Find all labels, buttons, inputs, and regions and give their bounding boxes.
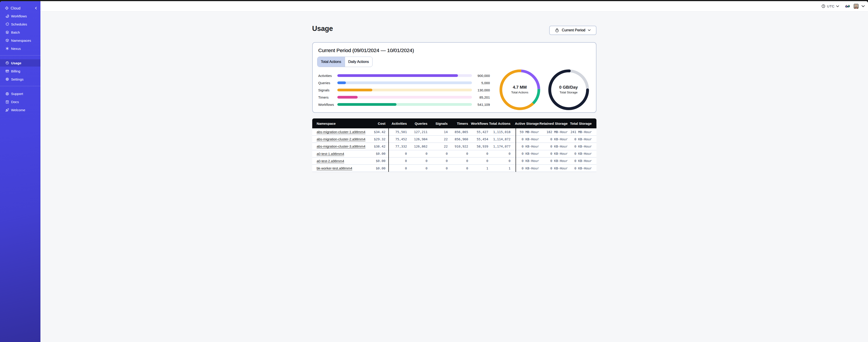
app-window: Cloud Workflows Schedules — [0, 1, 434, 171]
bar-track — [337, 81, 434, 84]
cell-namespace: bk-worker-test.a98mm4 — [312, 166, 367, 170]
period-heading: Current Period (09/01/2024 — 10/01/2024) — [318, 47, 414, 54]
main-area: Usage Current Period Current Peri — [40, 12, 434, 171]
actions-bar-chart: Activities 900,000 Queries 5,000 Signals… — [318, 72, 434, 108]
cell-queries: 126,862 — [407, 145, 428, 148]
sidebar-item-label: Namespaces — [11, 39, 31, 42]
sidebar-item-label: Settings — [11, 77, 24, 81]
namespace-link[interactable]: abs-migration-cluster-3.a98mm4 — [317, 144, 366, 148]
sidebar-item-workflows[interactable]: Workflows — [0, 12, 40, 20]
topbar: UTC — [40, 1, 434, 11]
schedules-icon — [5, 22, 9, 26]
sidebar-item-welcome[interactable]: Welcome — [0, 106, 40, 114]
sidebar-item-billing[interactable]: Billing — [0, 67, 40, 75]
cell-namespace: abs-migration-cluster-1.a98mm4 — [312, 130, 367, 134]
bar-fill — [337, 103, 397, 106]
sidebar-item-label: Support — [11, 92, 23, 96]
bar-row: Signals 130,000 — [318, 87, 434, 94]
page-title: Usage — [312, 25, 333, 33]
table-row: abs-migration-cluster-2.a98mm4 $29.32 75… — [312, 136, 434, 143]
bar-fill — [337, 96, 358, 99]
sidebar-item-usage[interactable]: Usage — [0, 59, 40, 67]
temporal-logo-icon — [5, 6, 8, 10]
sidebar-item-label: Billing — [11, 69, 20, 73]
sidebar: Cloud Workflows Schedules — [0, 1, 40, 171]
cell-cost: $34.42 — [367, 130, 386, 134]
bar-fill — [337, 81, 346, 84]
sidebar-item-label: Docs — [11, 100, 19, 104]
brand-label: Cloud — [11, 6, 35, 10]
cell-cost: $38.42 — [367, 145, 386, 148]
sidebar-item-namespaces[interactable]: Namespaces — [0, 37, 40, 44]
bar-row: Timers 85,201 — [318, 94, 434, 101]
namespace-link[interactable]: abs-migration-cluster-1.a98mm4 — [317, 130, 366, 134]
batch-icon — [5, 30, 9, 34]
cell-namespace: abs-migration-cluster-3.a98mm4 — [312, 144, 367, 148]
cell-cost: $0.00 — [367, 152, 386, 156]
sidebar-item-docs[interactable]: Docs — [0, 98, 40, 106]
bar-track — [337, 74, 434, 77]
collapse-sidebar-icon[interactable] — [35, 7, 37, 9]
nexus-icon — [5, 47, 9, 50]
sidebar-item-settings[interactable]: Settings — [0, 76, 40, 83]
namespace-link[interactable]: bk-worker-test.a98mm4 — [317, 166, 352, 170]
sidebar-header: Cloud — [2, 4, 39, 12]
settings-icon — [5, 77, 9, 81]
column-header-signals[interactable]: Signals — [428, 122, 434, 126]
bar-track — [337, 103, 434, 106]
bar-track — [337, 89, 434, 91]
cell-signals: 0 — [428, 152, 434, 156]
tab-daily-actions[interactable]: Daily Actions — [345, 57, 372, 67]
table-row: bk-worker-test.a98mm4 $0.00 0 0 0 0 1 1 … — [312, 165, 434, 171]
cell-signals: 0 — [428, 167, 434, 170]
table-row: abs-migration-cluster-1.a98mm4 $34.42 75… — [312, 128, 434, 136]
usage-summary-card: Current Period (09/01/2024 — 10/01/2024)… — [312, 42, 434, 113]
bar-row: Workflows 541,109 — [318, 101, 434, 108]
namespace-link[interactable]: a0-test-2.a98mm4 — [317, 159, 344, 163]
bar-category-label: Signals — [318, 88, 337, 92]
workflows-icon — [5, 14, 9, 18]
cell-namespace: abs-migration-cluster-2.a98mm4 — [312, 137, 367, 141]
cell-cost: $29.32 — [367, 137, 386, 141]
sidebar-item-nexus[interactable]: Nexus — [0, 45, 40, 52]
bar-track — [337, 96, 434, 99]
namespaces-icon — [5, 39, 9, 42]
sidebar-item-schedules[interactable]: Schedules — [0, 21, 40, 28]
bar-category-label: Queries — [318, 81, 337, 85]
cell-queries: 0 — [407, 159, 428, 163]
bar-row: Queries 5,000 — [318, 79, 434, 87]
bar-fill — [337, 89, 373, 91]
namespace-link[interactable]: abs-migration-cluster-2.a98mm4 — [317, 137, 366, 141]
namespace-link[interactable]: a0-test-1.a98mm4 — [317, 152, 344, 156]
bar-category-label: Timers — [318, 95, 337, 99]
bar-category-label: Workflows — [318, 103, 337, 106]
sidebar-item-batch[interactable]: Batch — [0, 29, 40, 36]
column-header-activities[interactable]: Activities — [385, 122, 407, 126]
sidebar-item-label: Batch — [11, 30, 20, 34]
column-header-namespace[interactable]: Namespace — [312, 122, 367, 126]
sidebar-item-label: Welcome — [11, 108, 25, 112]
column-separator — [389, 128, 389, 171]
table-header: Namespace Cost Activities Queries Signal… — [312, 118, 434, 128]
sidebar-item-support[interactable]: Support — [0, 90, 40, 98]
tab-total-actions[interactable]: Total Actions — [317, 57, 345, 67]
bar-category-label: Activities — [318, 74, 337, 78]
namespace-usage-table: Namespace Cost Activities Queries Signal… — [312, 118, 434, 171]
cell-queries: 0 — [407, 152, 428, 156]
cell-signals: 14 — [428, 130, 434, 134]
cell-queries: 127,211 — [407, 130, 428, 134]
column-header-queries[interactable]: Queries — [407, 122, 428, 126]
docs-icon — [5, 100, 9, 104]
cell-cost: $0.00 — [367, 159, 386, 163]
sidebar-divider — [0, 55, 40, 56]
cell-cost: $0.00 — [367, 167, 386, 170]
sidebar-item-label: Workflows — [11, 14, 27, 18]
cell-namespace: a0-test-2.a98mm4 — [312, 159, 367, 163]
column-header-cost[interactable]: Cost — [367, 122, 386, 126]
sidebar-item-label: Usage — [11, 61, 22, 65]
cell-signals: 22 — [428, 137, 434, 141]
cell-signals: 0 — [428, 159, 434, 163]
table-row: abs-migration-cluster-3.a98mm4 $38.42 77… — [312, 143, 434, 150]
cell-queries: 126,984 — [407, 137, 428, 141]
table-row: a0-test-1.a98mm4 $0.00 0 0 0 0 0 0 0 KB-… — [312, 150, 434, 158]
